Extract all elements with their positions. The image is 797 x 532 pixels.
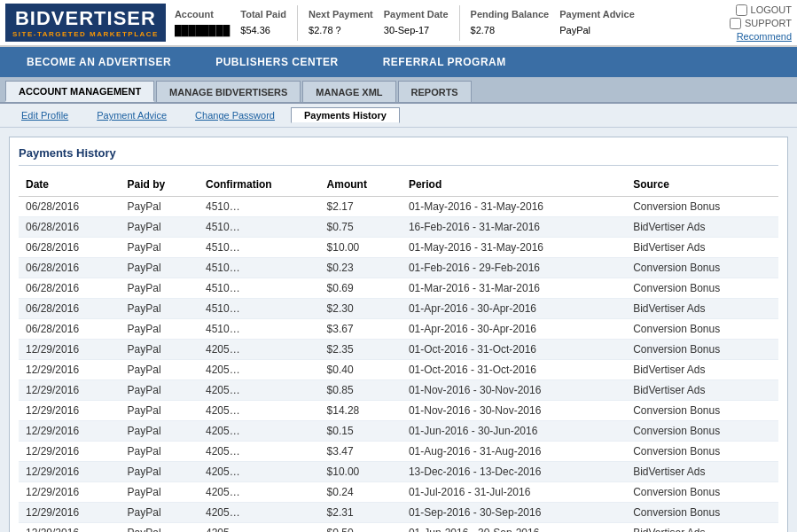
support-checkbox[interactable] (730, 18, 741, 29)
cell-confirmation: 4510… (199, 278, 320, 299)
cell-paid_by: PayPal (121, 197, 199, 217)
cell-source: Conversion Bonus (626, 319, 778, 340)
cell-date: 06/28/2016 (19, 217, 121, 238)
cell-date: 12/29/2016 (19, 340, 121, 360)
cell-date: 06/28/2016 (19, 197, 121, 217)
cell-date: 12/29/2016 (19, 462, 121, 482)
logout-checkbox[interactable] (736, 4, 747, 16)
pending-balance-block: Pending Balance $2.78 (471, 7, 550, 38)
cell-source: BidVertiser Ads (626, 360, 778, 380)
subtab-payment-advice[interactable]: Payment Advice (84, 108, 179, 122)
subtab-edit-profile[interactable]: Edit Profile (9, 108, 81, 122)
logout-link[interactable]: LOGOUT (736, 4, 792, 16)
table-row: 12/29/2016PayPal4205…$10.0013-Dec-2016 -… (19, 462, 778, 482)
cell-confirmation: 4510… (199, 217, 320, 238)
cell-date: 06/28/2016 (19, 238, 121, 258)
cell-confirmation: 4205… (199, 523, 320, 533)
cell-amount: $0.15 (320, 421, 402, 442)
payment-date-value: 30-Sep-17 (384, 23, 449, 39)
table-row: 12/29/2016PayPal4205…$0.2401-Jul-2016 - … (19, 482, 778, 503)
cell-paid_by: PayPal (121, 401, 199, 421)
cell-paid_by: PayPal (121, 360, 199, 380)
cell-paid_by: PayPal (121, 278, 199, 299)
cell-date: 12/29/2016 (19, 401, 121, 421)
cell-amount: $0.24 (320, 482, 402, 503)
pending-balance-value: $2.78 (471, 23, 550, 39)
cell-paid_by: PayPal (121, 421, 199, 442)
subtab-change-password[interactable]: Change Password (183, 108, 287, 122)
cell-date: 12/29/2016 (19, 482, 121, 503)
top-nav-referral[interactable]: REFERRAL PROGRAM (362, 51, 527, 74)
payments-panel: Payments History Date Paid by Confirmati… (9, 137, 788, 532)
cell-paid_by: PayPal (121, 258, 199, 278)
cell-paid_by: PayPal (121, 380, 199, 401)
recommend-link[interactable]: Recommend (737, 31, 792, 42)
cell-confirmation: 4205… (199, 380, 320, 401)
cell-paid_by: PayPal (121, 340, 199, 360)
total-paid-label: Total Paid (240, 7, 286, 23)
cell-confirmation: 4205… (199, 503, 320, 523)
tab-manage-bidvertisers[interactable]: MANAGE BIDVERTISERS (156, 81, 301, 102)
cell-amount: $3.47 (320, 442, 402, 462)
cell-amount: $3.67 (320, 319, 402, 340)
cell-paid_by: PayPal (121, 482, 199, 503)
cell-source: Conversion Bonus (626, 442, 778, 462)
logo-sub: SITE-TARGETED MARKETPLACE (12, 30, 159, 38)
cell-date: 06/28/2016 (19, 299, 121, 319)
tab-manage-xml[interactable]: MANAGE XML (302, 81, 395, 102)
cell-paid_by: PayPal (121, 299, 199, 319)
cell-amount: $0.69 (320, 278, 402, 299)
table-row: 06/28/2016PayPal4510…$2.1701-May-2016 - … (19, 197, 778, 217)
cell-paid_by: PayPal (121, 523, 199, 533)
top-nav-publishers[interactable]: PUBLISHERS CENTER (194, 51, 360, 74)
cell-amount: $10.00 (320, 238, 402, 258)
top-nav-advertiser[interactable]: BECOME AN ADVERTISER (5, 51, 192, 74)
cell-confirmation: 4205… (199, 442, 320, 462)
tab-account-management[interactable]: ACCOUNT MANAGEMENT (5, 81, 154, 102)
cell-date: 12/29/2016 (19, 503, 121, 523)
total-paid-block: Total Paid $54.36 (240, 7, 286, 38)
cell-source: BidVertiser Ads (626, 238, 778, 258)
cell-confirmation: 4205… (199, 340, 320, 360)
cell-source: Conversion Bonus (626, 421, 778, 442)
cell-amount: $0.23 (320, 258, 402, 278)
col-paid-by: Paid by (121, 173, 199, 197)
cell-amount: $0.50 (320, 523, 402, 533)
cell-amount: $2.30 (320, 299, 402, 319)
total-paid-value: $54.36 (240, 23, 286, 39)
cell-amount: $0.85 (320, 380, 402, 401)
table-row: 12/29/2016PayPal4205…$0.5001-Jun-2016 - … (19, 523, 778, 533)
table-row: 12/29/2016PayPal4205…$0.4001-Oct-2016 - … (19, 360, 778, 380)
cell-period: 01-Nov-2016 - 30-Nov-2016 (402, 401, 626, 421)
cell-period: 01-Feb-2016 - 29-Feb-2016 (402, 258, 626, 278)
cell-amount: $0.40 (320, 360, 402, 380)
main-content: Payments History Date Paid by Confirmati… (0, 128, 797, 532)
cell-amount: $2.17 (320, 197, 402, 217)
support-link[interactable]: SUPPORT (730, 18, 792, 29)
cell-confirmation: 4205… (199, 360, 320, 380)
cell-confirmation: 4510… (199, 197, 320, 217)
header-info: Account ████████ Total Paid $54.36 Next … (175, 4, 721, 42)
header: BIDVERTISER SITE-TARGETED MARKETPLACE Ac… (0, 0, 797, 47)
account-block: Account ████████ (175, 7, 230, 38)
cell-date: 12/29/2016 (19, 421, 121, 442)
top-nav: BECOME AN ADVERTISER PUBLISHERS CENTER R… (0, 47, 797, 77)
payment-advice-block: Payment Advice PayPal (559, 7, 635, 38)
logo-text: BIDVERTISER (15, 7, 156, 30)
cell-date: 12/29/2016 (19, 380, 121, 401)
cell-source: Conversion Bonus (626, 278, 778, 299)
cell-period: 16-Feb-2016 - 31-Mar-2016 (402, 217, 626, 238)
cell-period: 01-May-2016 - 31-May-2016 (402, 238, 626, 258)
cell-period: 13-Dec-2016 - 13-Dec-2016 (402, 462, 626, 482)
cell-source: BidVertiser Ads (626, 380, 778, 401)
cell-source: BidVertiser Ads (626, 462, 778, 482)
logo-area: BIDVERTISER SITE-TARGETED MARKETPLACE (5, 4, 166, 42)
tab-reports[interactable]: REPORTS (398, 81, 472, 102)
payment-date-block: Payment Date 30-Sep-17 (384, 7, 449, 38)
cell-confirmation: 4510… (199, 238, 320, 258)
table-row: 06/28/2016PayPal4510…$0.7516-Feb-2016 - … (19, 217, 778, 238)
cell-source: Conversion Bonus (626, 340, 778, 360)
account-label: Account (175, 7, 230, 23)
cell-period: 01-Apr-2016 - 30-Apr-2016 (402, 319, 626, 340)
subtab-payments-history[interactable]: Payments History (291, 107, 400, 123)
